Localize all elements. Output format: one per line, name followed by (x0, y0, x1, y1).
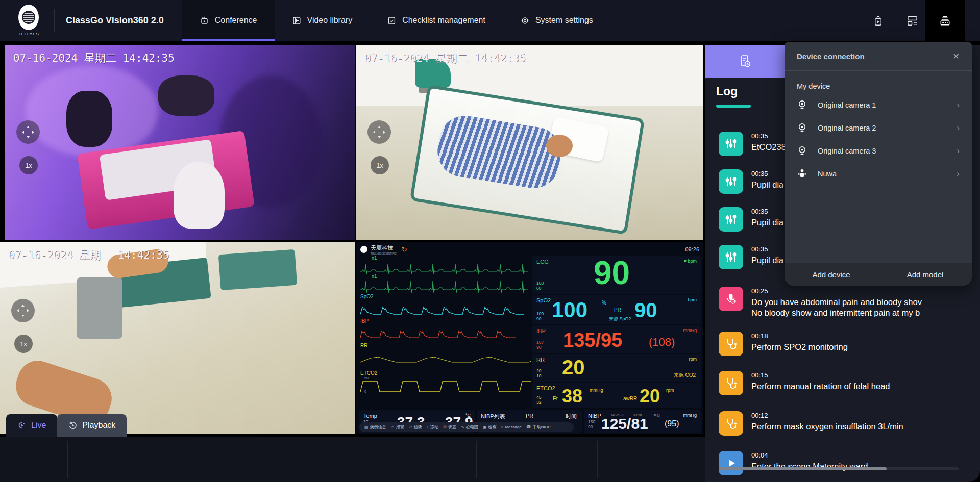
log-entry[interactable]: 00:18Perform SPO2 monitoring (719, 332, 977, 356)
log-title: Log (716, 85, 738, 98)
manikin-model-icon (797, 168, 807, 179)
rr-source: 来源 CO2 (674, 372, 696, 379)
speed-badge[interactable]: 1x (14, 335, 33, 353)
pr-value: 90 (634, 299, 657, 322)
nibp-list-label: NIBP列表 (481, 413, 505, 420)
device-item-camera-1[interactable]: Original camera 1 › (785, 93, 972, 116)
rr-unit: rpm (689, 357, 697, 362)
brand-block: TELLYES (0, 0, 55, 41)
video-timestamp: 07-16-2024 星期二 14:42:35 (13, 51, 175, 65)
speed-badge[interactable]: 1x (371, 156, 389, 174)
log-device-icon (738, 54, 753, 69)
device-item-label: Original camera 2 (818, 124, 876, 132)
ptz-pan-control[interactable] (16, 120, 40, 144)
etco2-value: 38 (562, 386, 582, 407)
rr-label: RR (536, 357, 545, 363)
monitor-brand: 天堰科技 (371, 244, 397, 252)
webcam-icon (797, 145, 807, 156)
device-item-camera-2[interactable]: Original camera 2 › (785, 116, 972, 139)
monitor-toolbar[interactable]: ▤病例信息 ⚠报警 ↗趋势 +冻结 ⚙设置 ∿心电图 ▣检查 ○Message … (359, 422, 574, 432)
log-entry-voice[interactable]: 00:25 Do you have abdominal pain and blo… (719, 287, 977, 318)
app-root: TELLYES ClassGo Vision360 2.0 Conference… (0, 0, 980, 482)
ibp-wave (359, 322, 531, 342)
refresh-icon: ↻ (402, 246, 407, 253)
log-entry[interactable]: 00:12Perform mask oxygen insufflation 3L… (719, 411, 977, 436)
monitor-brand-sub: TELLYES SCIENTIFIC (371, 252, 397, 255)
log-entry-scene[interactable]: 00:04Enter the scene Maternity ward (719, 451, 977, 475)
etco2-label: ETCO2 (536, 385, 555, 391)
tab-playback-label: Playback (82, 421, 115, 430)
nav-tabs: Conference Video library Checklist manag… (182, 0, 610, 41)
tab-video-library[interactable]: Video library (275, 0, 370, 41)
device-item-label: Nuwa (818, 170, 837, 178)
ptz-pan-control[interactable] (11, 299, 35, 322)
video-feed-monitor[interactable]: 天堰科技 TELLYES SCIENTIFIC ↻ 09:26 x1 x1 Sp… (356, 242, 703, 434)
divider (535, 441, 535, 478)
device-item-camera-3[interactable]: Original camera 3 › (785, 139, 972, 162)
device-item-nuwa[interactable]: Nuwa › (785, 162, 972, 185)
nibp-value: 125/81 (601, 415, 648, 433)
pan-arrows-icon (20, 124, 36, 140)
temp-label: Temp (363, 413, 377, 419)
logo-oval-icon (18, 5, 39, 30)
parameter-sliders-icon (719, 169, 743, 194)
brand-name: TELLYES (18, 32, 39, 36)
video-grid: 07-16-2024 星期二 14:42:35 1x 07-16-2024 星期… (0, 45, 704, 434)
tab-conference[interactable]: Conference (182, 0, 275, 41)
chevron-right-icon: › (957, 123, 960, 133)
ibp-mean: (108) (649, 336, 675, 349)
webcam-icon (797, 99, 807, 110)
log-tab-button[interactable] (705, 45, 785, 78)
ecg-wave-2 (359, 274, 531, 295)
video-timestamp: 07-16-2024 星期二 14:42:35 (364, 51, 526, 65)
add-device-button[interactable]: Add device (785, 263, 878, 286)
video-feed-1[interactable]: 07-16-2024 星期二 14:42:35 1x (5, 45, 355, 240)
ecg-wave-1 (359, 256, 531, 276)
tab-checklist-management[interactable]: Checklist management (370, 0, 503, 41)
device-connection-button[interactable] (925, 0, 965, 41)
spo2-pr-unit: bpm (688, 297, 697, 302)
ecg-label: ECG (536, 259, 549, 265)
top-nav: TELLYES ClassGo Vision360 2.0 Conference… (0, 0, 980, 41)
close-icon[interactable]: ✕ (953, 52, 960, 61)
rr-value: 20 (562, 356, 585, 379)
ptz-pan-control[interactable] (368, 120, 391, 144)
microphone-icon (719, 287, 743, 311)
ibp-unit: mmHg (683, 328, 697, 333)
tab-label: Video library (307, 16, 353, 25)
checklist-icon (387, 16, 397, 26)
speed-badge[interactable]: 1x (19, 156, 38, 174)
nibp-panel: NIBP 14:26:22 00:38 自动 mmHg 15090 125/81… (584, 410, 701, 433)
ibp-label: IBP (536, 328, 546, 334)
monitor-header: 天堰科技 TELLYES SCIENTIFIC ↻ 09:26 (360, 244, 699, 255)
app-title: ClassGo Vision360 2.0 (55, 15, 164, 26)
add-model-button[interactable]: Add model (878, 263, 972, 286)
etco2-wave-label: ETCO2 (360, 370, 377, 376)
device-stack-icon (939, 14, 951, 27)
ecg-unit: ♥ bpm (684, 259, 697, 264)
play-icon (719, 451, 743, 475)
video-feed-2[interactable]: 07-16-2024 星期二 14:42:35 1x (356, 45, 703, 240)
etco2-wave (359, 377, 531, 395)
chevron-right-icon: › (957, 146, 960, 156)
log-entry[interactable]: 00:15Perform manual ratation of felal he… (719, 371, 977, 395)
tab-live[interactable]: Live (6, 414, 57, 437)
video-feed-3[interactable]: 07-16-2024 星期二 14:42:35 1x (0, 242, 355, 434)
parameter-sliders-icon (719, 207, 743, 232)
tellyes-logo: TELLYES (14, 5, 43, 36)
tab-system-settings[interactable]: System settings (503, 0, 610, 41)
device-item-label: Original camera 1 (818, 101, 876, 109)
tab-playback[interactable]: Playback (57, 414, 127, 437)
parameter-sliders-icon (719, 132, 743, 156)
tab-live-label: Live (31, 421, 46, 430)
log-horizontal-scrollbar[interactable] (719, 467, 959, 470)
nibp-label: NIBP (588, 413, 601, 419)
nibp-mean: (95) (665, 419, 679, 428)
tab-label: System settings (535, 16, 593, 25)
stethoscope-icon (719, 332, 743, 356)
divider (129, 441, 129, 478)
divider (895, 11, 895, 30)
layout-button[interactable] (899, 0, 925, 41)
cast-icon (872, 14, 885, 27)
screen-cast-button[interactable] (865, 0, 891, 41)
